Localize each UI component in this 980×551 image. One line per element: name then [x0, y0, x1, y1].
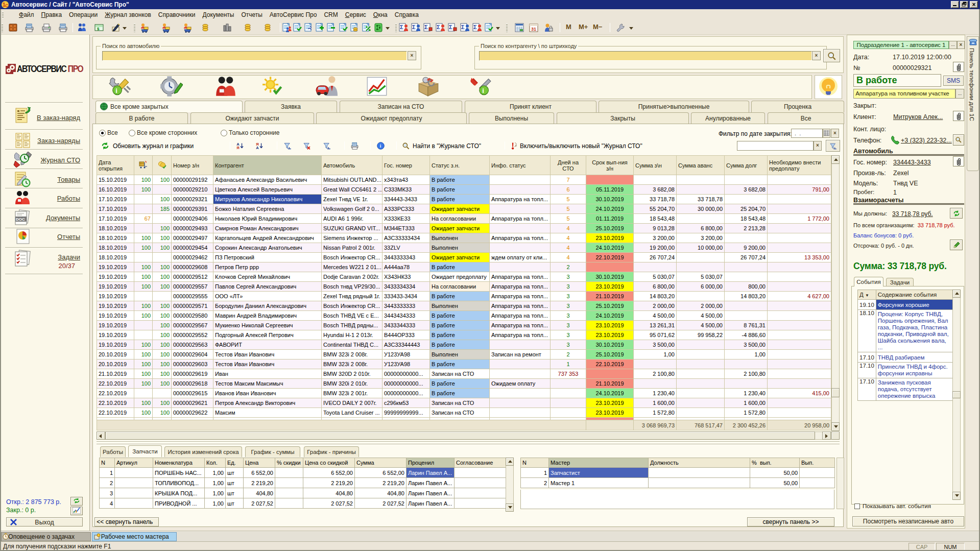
svg-text:i: i	[482, 87, 484, 94]
svg-text:C: C	[5, 3, 9, 8]
svg-text:DOC: DOC	[16, 217, 25, 222]
svg-text:i: i	[115, 87, 117, 94]
